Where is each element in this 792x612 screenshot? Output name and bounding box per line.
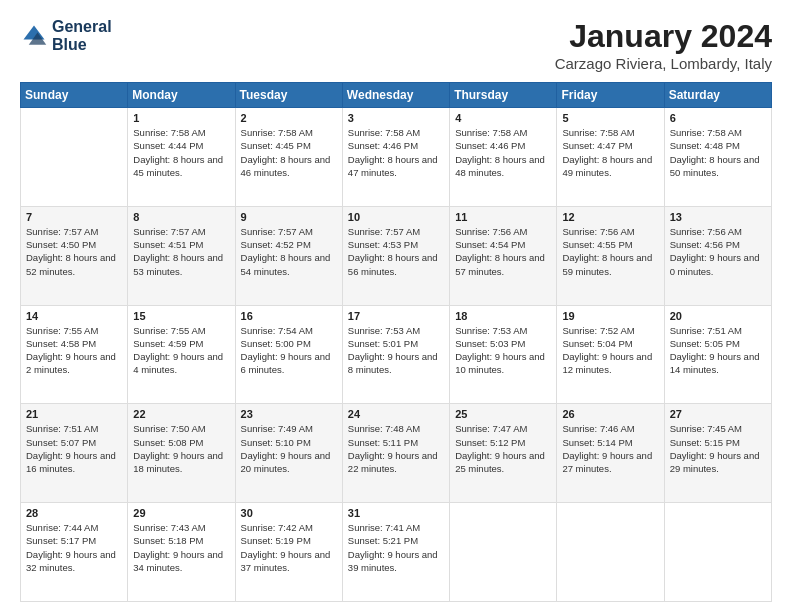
cell-info: Sunrise: 7:57 AM Sunset: 4:53 PM Dayligh…: [348, 225, 444, 278]
cell-info: Sunrise: 7:56 AM Sunset: 4:56 PM Dayligh…: [670, 225, 766, 278]
calendar-cell: 20Sunrise: 7:51 AM Sunset: 5:05 PM Dayli…: [664, 305, 771, 404]
calendar-week-4: 21Sunrise: 7:51 AM Sunset: 5:07 PM Dayli…: [21, 404, 772, 503]
cell-info: Sunrise: 7:52 AM Sunset: 5:04 PM Dayligh…: [562, 324, 658, 377]
day-number: 8: [133, 211, 229, 223]
calendar-cell: 23Sunrise: 7:49 AM Sunset: 5:10 PM Dayli…: [235, 404, 342, 503]
cell-info: Sunrise: 7:46 AM Sunset: 5:14 PM Dayligh…: [562, 422, 658, 475]
day-number: 15: [133, 310, 229, 322]
calendar-cell: [557, 503, 664, 602]
day-number: 17: [348, 310, 444, 322]
page: General Blue January 2024 Carzago Rivier…: [0, 0, 792, 612]
calendar-cell: 30Sunrise: 7:42 AM Sunset: 5:19 PM Dayli…: [235, 503, 342, 602]
header: General Blue January 2024 Carzago Rivier…: [20, 18, 772, 72]
calendar-cell: 21Sunrise: 7:51 AM Sunset: 5:07 PM Dayli…: [21, 404, 128, 503]
day-number: 16: [241, 310, 337, 322]
calendar-cell: 12Sunrise: 7:56 AM Sunset: 4:55 PM Dayli…: [557, 206, 664, 305]
day-number: 26: [562, 408, 658, 420]
day-number: 4: [455, 112, 551, 124]
cell-info: Sunrise: 7:57 AM Sunset: 4:51 PM Dayligh…: [133, 225, 229, 278]
calendar-subtitle: Carzago Riviera, Lombardy, Italy: [555, 55, 772, 72]
cell-info: Sunrise: 7:58 AM Sunset: 4:45 PM Dayligh…: [241, 126, 337, 179]
header-wednesday: Wednesday: [342, 83, 449, 108]
title-block: January 2024 Carzago Riviera, Lombardy, …: [555, 18, 772, 72]
day-number: 20: [670, 310, 766, 322]
day-number: 23: [241, 408, 337, 420]
weekday-header-row: Sunday Monday Tuesday Wednesday Thursday…: [21, 83, 772, 108]
calendar-cell: 15Sunrise: 7:55 AM Sunset: 4:59 PM Dayli…: [128, 305, 235, 404]
calendar-cell: 2Sunrise: 7:58 AM Sunset: 4:45 PM Daylig…: [235, 108, 342, 207]
calendar-cell: 7Sunrise: 7:57 AM Sunset: 4:50 PM Daylig…: [21, 206, 128, 305]
calendar-table: Sunday Monday Tuesday Wednesday Thursday…: [20, 82, 772, 602]
calendar-week-2: 7Sunrise: 7:57 AM Sunset: 4:50 PM Daylig…: [21, 206, 772, 305]
calendar-title: January 2024: [555, 18, 772, 55]
cell-info: Sunrise: 7:54 AM Sunset: 5:00 PM Dayligh…: [241, 324, 337, 377]
day-number: 22: [133, 408, 229, 420]
cell-info: Sunrise: 7:49 AM Sunset: 5:10 PM Dayligh…: [241, 422, 337, 475]
day-number: 9: [241, 211, 337, 223]
cell-info: Sunrise: 7:58 AM Sunset: 4:46 PM Dayligh…: [455, 126, 551, 179]
day-number: 3: [348, 112, 444, 124]
calendar-cell: 22Sunrise: 7:50 AM Sunset: 5:08 PM Dayli…: [128, 404, 235, 503]
cell-info: Sunrise: 7:45 AM Sunset: 5:15 PM Dayligh…: [670, 422, 766, 475]
calendar-week-3: 14Sunrise: 7:55 AM Sunset: 4:58 PM Dayli…: [21, 305, 772, 404]
cell-info: Sunrise: 7:51 AM Sunset: 5:05 PM Dayligh…: [670, 324, 766, 377]
cell-info: Sunrise: 7:56 AM Sunset: 4:54 PM Dayligh…: [455, 225, 551, 278]
day-number: 27: [670, 408, 766, 420]
day-number: 31: [348, 507, 444, 519]
cell-info: Sunrise: 7:55 AM Sunset: 4:58 PM Dayligh…: [26, 324, 122, 377]
calendar-week-1: 1Sunrise: 7:58 AM Sunset: 4:44 PM Daylig…: [21, 108, 772, 207]
day-number: 6: [670, 112, 766, 124]
header-friday: Friday: [557, 83, 664, 108]
day-number: 11: [455, 211, 551, 223]
cell-info: Sunrise: 7:53 AM Sunset: 5:01 PM Dayligh…: [348, 324, 444, 377]
calendar-cell: [664, 503, 771, 602]
calendar-cell: 6Sunrise: 7:58 AM Sunset: 4:48 PM Daylig…: [664, 108, 771, 207]
header-tuesday: Tuesday: [235, 83, 342, 108]
header-saturday: Saturday: [664, 83, 771, 108]
calendar-cell: 31Sunrise: 7:41 AM Sunset: 5:21 PM Dayli…: [342, 503, 449, 602]
day-number: 2: [241, 112, 337, 124]
cell-info: Sunrise: 7:57 AM Sunset: 4:52 PM Dayligh…: [241, 225, 337, 278]
calendar-cell: 28Sunrise: 7:44 AM Sunset: 5:17 PM Dayli…: [21, 503, 128, 602]
day-number: 21: [26, 408, 122, 420]
cell-info: Sunrise: 7:57 AM Sunset: 4:50 PM Dayligh…: [26, 225, 122, 278]
calendar-cell: 13Sunrise: 7:56 AM Sunset: 4:56 PM Dayli…: [664, 206, 771, 305]
cell-info: Sunrise: 7:48 AM Sunset: 5:11 PM Dayligh…: [348, 422, 444, 475]
day-number: 13: [670, 211, 766, 223]
cell-info: Sunrise: 7:43 AM Sunset: 5:18 PM Dayligh…: [133, 521, 229, 574]
calendar-cell: 16Sunrise: 7:54 AM Sunset: 5:00 PM Dayli…: [235, 305, 342, 404]
cell-info: Sunrise: 7:58 AM Sunset: 4:46 PM Dayligh…: [348, 126, 444, 179]
calendar-cell: [450, 503, 557, 602]
cell-info: Sunrise: 7:55 AM Sunset: 4:59 PM Dayligh…: [133, 324, 229, 377]
calendar-cell: 19Sunrise: 7:52 AM Sunset: 5:04 PM Dayli…: [557, 305, 664, 404]
logo: General Blue: [20, 18, 112, 53]
header-thursday: Thursday: [450, 83, 557, 108]
day-number: 5: [562, 112, 658, 124]
cell-info: Sunrise: 7:58 AM Sunset: 4:44 PM Dayligh…: [133, 126, 229, 179]
calendar-cell: 11Sunrise: 7:56 AM Sunset: 4:54 PM Dayli…: [450, 206, 557, 305]
calendar-cell: 18Sunrise: 7:53 AM Sunset: 5:03 PM Dayli…: [450, 305, 557, 404]
header-monday: Monday: [128, 83, 235, 108]
cell-info: Sunrise: 7:42 AM Sunset: 5:19 PM Dayligh…: [241, 521, 337, 574]
header-sunday: Sunday: [21, 83, 128, 108]
day-number: 7: [26, 211, 122, 223]
calendar-cell: 25Sunrise: 7:47 AM Sunset: 5:12 PM Dayli…: [450, 404, 557, 503]
calendar-cell: 29Sunrise: 7:43 AM Sunset: 5:18 PM Dayli…: [128, 503, 235, 602]
day-number: 19: [562, 310, 658, 322]
day-number: 28: [26, 507, 122, 519]
cell-info: Sunrise: 7:58 AM Sunset: 4:47 PM Dayligh…: [562, 126, 658, 179]
cell-info: Sunrise: 7:50 AM Sunset: 5:08 PM Dayligh…: [133, 422, 229, 475]
day-number: 12: [562, 211, 658, 223]
calendar-cell: 9Sunrise: 7:57 AM Sunset: 4:52 PM Daylig…: [235, 206, 342, 305]
cell-info: Sunrise: 7:51 AM Sunset: 5:07 PM Dayligh…: [26, 422, 122, 475]
calendar-cell: 17Sunrise: 7:53 AM Sunset: 5:01 PM Dayli…: [342, 305, 449, 404]
calendar-cell: [21, 108, 128, 207]
cell-info: Sunrise: 7:44 AM Sunset: 5:17 PM Dayligh…: [26, 521, 122, 574]
logo-text: General Blue: [52, 18, 112, 53]
cell-info: Sunrise: 7:58 AM Sunset: 4:48 PM Dayligh…: [670, 126, 766, 179]
calendar-cell: 8Sunrise: 7:57 AM Sunset: 4:51 PM Daylig…: [128, 206, 235, 305]
calendar-week-5: 28Sunrise: 7:44 AM Sunset: 5:17 PM Dayli…: [21, 503, 772, 602]
day-number: 25: [455, 408, 551, 420]
calendar-cell: 27Sunrise: 7:45 AM Sunset: 5:15 PM Dayli…: [664, 404, 771, 503]
day-number: 1: [133, 112, 229, 124]
